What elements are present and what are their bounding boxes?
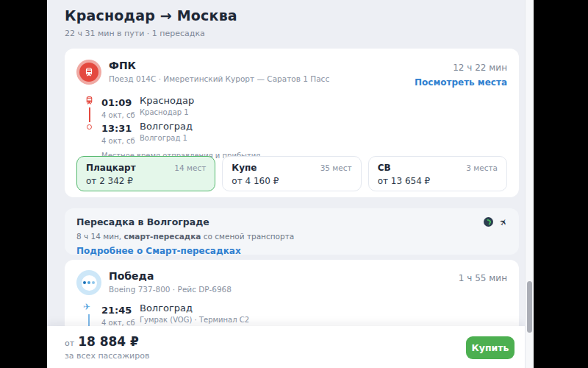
route-line [89,107,90,122]
pobeda-dots-icon [82,275,97,291]
price-prefix: от [65,339,74,348]
departure-city: Краснодар [140,95,194,106]
train-details: Поезд 014С · Имеретинский Курорт — Сарат… [109,74,329,83]
fare-name: Плацкарт [86,163,136,173]
fare-name: Купе [232,163,257,173]
transfer-duration: 8 ч 14 мин, [76,232,124,241]
departure-date: 4 окт, сб [101,111,140,119]
fare-seats: 35 мест [320,163,352,172]
fare-seats: 3 места [466,163,498,172]
plane-departure-icon: ✈ [83,302,90,311]
flight-departure-time: 21:45 [101,305,132,316]
flight-leg-card: Победа Boeing 737-800 · Рейс DP-6968 1 ч… [65,260,519,333]
departure-time: 01:09 [101,97,132,108]
airline-logo [76,270,101,295]
train-carrier-logo [76,60,101,85]
airline-name: Победа [109,270,232,282]
smart-transfer-link[interactable]: Подробнее о Смарт-пересадках [76,246,507,256]
view-seats-link[interactable]: Посмотреть места [415,77,507,88]
arrival-date: 4 окт, сб [101,137,140,145]
fare-kupe[interactable]: Купе 35 мест от 4 160 ₽ [222,156,361,191]
arrival-station: Волгоград 1 [140,134,193,142]
fare-name: СВ [378,163,391,173]
arrival-stop-icon [87,124,92,130]
train-leg-card: ФПК Поезд 014С · Имеретинский Курорт — С… [65,49,519,197]
train-duration: 12 ч 22 мин [453,63,507,73]
train-route-line [82,95,101,146]
flight-details: Boeing 737-800 · Рейс DP-6968 [109,285,232,294]
purchase-bar: от 18 884 ₽ за всех пассажиров Купить [47,326,525,368]
train-departure-icon [85,96,94,105]
price-note: за всех пассажиров [65,351,507,361]
flight-route-line: ✈ [82,302,101,328]
flight-duration: 1 ч 55 мин [459,273,507,283]
scrollbar-track[interactable] [525,0,534,368]
transfer-block: Пересадка в Волгограде 8 ч 14 мин, смарт… [65,208,519,255]
fare-price: от 4 160 ₽ [232,176,351,186]
departure-station: Краснодар 1 [140,108,194,116]
fare-platzkart[interactable]: Плацкарт 14 мест от 2 342 ₽ [76,156,215,191]
scrollbar-thumb[interactable] [527,281,532,333]
fare-class-list: Плацкарт 14 мест от 2 342 ₽ Купе 35 мест… [76,156,507,191]
route-header: Краснодар → Москва 22 ч 31 мин в пути · … [65,7,237,38]
transfer-description: 8 ч 14 мин, смарт-пересадка со сменой тр… [76,232,507,241]
train-carrier-name: ФПК [109,60,329,71]
flight-departure-city: Волгоград [140,302,249,314]
flight-departure-row: 21:45 4 окт, сб Волгоград Гумрак (VOG) ·… [101,302,507,328]
page-title: Краснодар → Москва [65,7,237,24]
fare-price: от 13 654 ₽ [378,176,498,186]
arrival-city: Волгоград [140,121,193,132]
flight-departure-airport: Гумрак (VOG) · Терминал C2 [140,316,249,324]
plane-change-icon: ✈ [498,216,509,227]
smart-transfer-icon [484,217,493,227]
arrival-time: 13:31 [101,123,132,134]
train-arrival-row: 13:31 4 окт, сб Волгоград Волгоград 1 [101,121,507,146]
total-price: 18 884 ₽ [78,334,139,349]
transfer-title: Пересадка в Волгограде [76,216,507,227]
results-panel: Краснодар → Москва 22 ч 31 мин в пути · … [47,0,534,368]
fare-seats: 14 мест [174,163,206,172]
buy-button[interactable]: Купить [466,336,514,359]
fare-sv[interactable]: СВ 3 места от 13 654 ₽ [368,156,507,191]
fare-price: от 2 342 ₽ [86,176,206,186]
flight-timeline: ✈ 21:45 4 окт, сб Волгоград Гумрак (VOG)… [82,302,507,328]
smart-transfer-label: смарт-пересадка [124,232,201,241]
train-departure-row: 01:09 4 окт, сб Краснодар Краснодар 1 [101,95,507,121]
train-timeline: 01:09 4 окт, сб Краснодар Краснодар 1 13… [82,95,507,146]
train-icon [79,63,98,82]
transfer-note-suffix: со сменой транспорта [201,232,294,241]
route-summary: 22 ч 31 мин в пути · 1 пересадка [65,29,237,38]
